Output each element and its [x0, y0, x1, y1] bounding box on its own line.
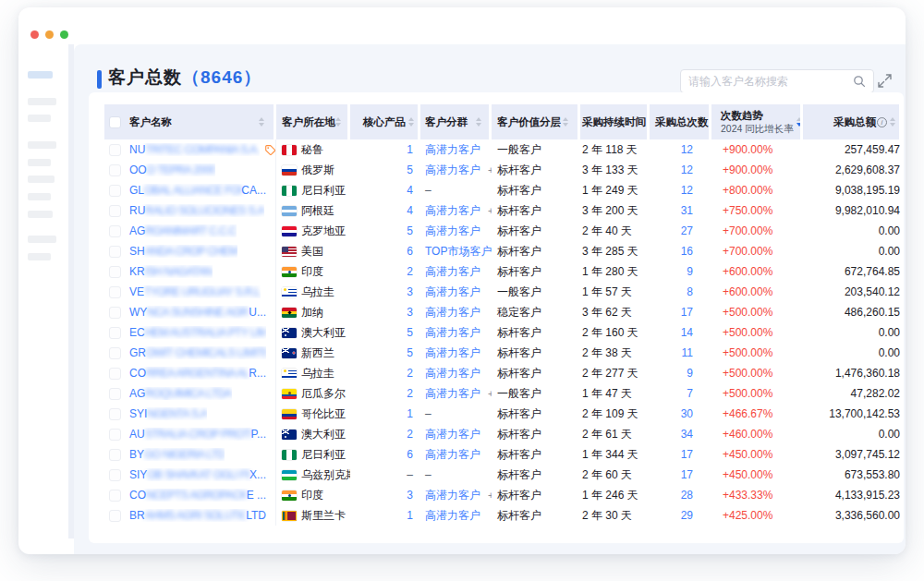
purchase-count-link[interactable]: 11	[682, 346, 693, 359]
customer-name-link[interactable]: GLOBAL ALLIANCE FOR CHEMICA...	[129, 184, 266, 197]
row-checkbox[interactable]	[109, 266, 121, 278]
sidebar-item[interactable]	[28, 98, 56, 105]
customer-name-link[interactable]: NUTRITEC COMPANIA S.A.C	[129, 143, 260, 156]
sort-icon-active[interactable]	[796, 117, 802, 127]
search-icon[interactable]	[853, 75, 866, 88]
segment-link[interactable]: 高潜力客户	[425, 305, 480, 321]
customer-name-link[interactable]: CONCEPTS AGROPACK PRIVATE ...	[129, 489, 266, 502]
table-row[interactable]: NUTRITEC COMPANIA S.A.C 秘鲁 1 高潜力客户 一般客户 …	[104, 139, 902, 160]
row-checkbox[interactable]	[109, 510, 121, 522]
sidebar-item[interactable]	[28, 176, 55, 183]
customer-name-link[interactable]: AGROANIMART C.C.C	[129, 224, 237, 237]
purchase-count-link[interactable]: 12	[681, 143, 693, 156]
sidebar-item[interactable]	[28, 236, 56, 243]
core-products-count-link[interactable]: 1	[407, 143, 413, 156]
core-products-count-link[interactable]: 2	[407, 367, 413, 380]
table-row[interactable]: KRISH NAGATAN 印度 2 高潜力客户 标杆客户 1 年 280 天 …	[104, 261, 902, 282]
minimize-window-icon[interactable]	[45, 30, 54, 39]
segment-link[interactable]: 高潜力客户	[425, 366, 480, 381]
row-checkbox[interactable]	[109, 327, 121, 339]
core-products-count-link[interactable]: 3	[407, 306, 413, 319]
table-row[interactable]: AGROQUIMICA LTDA 厄瓜多尔 2 高潜力客户 +1 一般客户 1 …	[104, 383, 902, 404]
sidebar-item[interactable]	[28, 159, 51, 166]
table-row[interactable]: SIYOB SHAVKAT OGLI FERMER X... 乌兹别克斯坦 – …	[104, 465, 902, 485]
table-row[interactable]: CONCEPTS AGROPACK PRIVATE ... 印度 3 高潜力客户…	[104, 485, 902, 505]
table-row[interactable]: RURALIO SOLUCIONES S.A 阿根廷 4 高潜力客户 +1 标杆…	[104, 200, 902, 221]
row-checkbox[interactable]	[109, 368, 121, 380]
table-row[interactable]: AGROANIMART C.C.C 克罗地亚 5 高潜力客户 标杆客户 2 年 …	[104, 221, 902, 241]
segment-link[interactable]: 高潜力客户	[425, 447, 480, 463]
table-row[interactable]: AUSTRALIA CROP PROTECTION P... 澳大利亚 2 高潜…	[104, 424, 902, 444]
purchase-count-link[interactable]: 17	[681, 468, 693, 481]
maximize-window-icon[interactable]	[60, 30, 68, 39]
customer-name-link[interactable]: SHANDA CROP CHEM	[129, 245, 237, 258]
core-products-count-link[interactable]: 2	[407, 265, 413, 278]
core-products-count-link[interactable]: 5	[407, 326, 413, 339]
segment-link[interactable]: 高潜力客户	[425, 264, 480, 280]
segment-link[interactable]: 高潜力客户	[425, 508, 480, 524]
core-products-count-link[interactable]: 4	[407, 184, 413, 197]
core-products-count-link[interactable]: 4	[407, 204, 413, 217]
row-checkbox[interactable]	[109, 286, 121, 298]
segment-link[interactable]: 高潜力客户	[425, 284, 480, 300]
core-products-count-link[interactable]: 3	[407, 489, 413, 502]
search-box[interactable]	[680, 69, 874, 93]
row-checkbox[interactable]	[109, 490, 121, 502]
info-icon[interactable]: i	[877, 117, 887, 127]
purchase-count-link[interactable]: 12	[681, 184, 693, 197]
table-row[interactable]: BYGO NIGERIA LTD 尼日利亚 6 高潜力客户 标杆客户 1 年 3…	[104, 444, 902, 465]
customer-name-link[interactable]: ECHEM AUSTRALIA PTY LIMITED	[129, 326, 266, 339]
table-row[interactable]: CORREA ARGENTINA AL JARED R... 乌拉圭 2 高潜力…	[104, 363, 902, 383]
table-row[interactable]: SHANDA CROP CHEM 美国 6 TOP市场客户 标杆客户 3 年 2…	[104, 241, 902, 261]
purchase-count-link[interactable]: 31	[681, 204, 693, 217]
row-checkbox[interactable]	[109, 185, 121, 197]
purchase-count-link[interactable]: 30	[681, 407, 693, 420]
sidebar-item[interactable]	[28, 193, 51, 200]
table-row[interactable]: OOO TEPRA 2000 俄罗斯 5 高潜力客户 +1 标杆客户 3 年 1…	[104, 160, 902, 180]
sidebar-item[interactable]	[28, 115, 51, 122]
core-products-count-link[interactable]: 5	[407, 163, 413, 176]
segment-link[interactable]: 高潜力客户	[425, 163, 480, 178]
segment-link[interactable]: 高潜力客户	[425, 427, 480, 442]
purchase-count-link[interactable]: 12	[681, 163, 693, 176]
segment-link[interactable]: 高潜力客户	[425, 488, 480, 503]
row-checkbox[interactable]	[109, 164, 121, 176]
sort-icon[interactable]	[335, 117, 341, 127]
row-checkbox[interactable]	[109, 307, 121, 319]
customer-name-link[interactable]: WYNCA SUNSHINE AGRIC PRODU...	[129, 306, 266, 319]
customer-name-link[interactable]: AGROQUIMICA LTDA	[129, 387, 232, 400]
core-products-count-link[interactable]: 5	[407, 346, 413, 359]
table-row[interactable]: BRAHMS AGRI SOLUTIONS PVT LTD 斯里兰卡 1 高潜力…	[104, 505, 902, 526]
table-row[interactable]: WYNCA SUNSHINE AGRIC PRODU... 加纳 3 高潜力客户…	[104, 302, 902, 322]
purchase-count-link[interactable]: 17	[681, 306, 693, 319]
purchase-count-link[interactable]: 9	[687, 367, 693, 380]
purchase-count-link[interactable]: 34	[681, 428, 693, 441]
core-products-count-link[interactable]: 2	[407, 387, 413, 400]
segment-link[interactable]: 高潜力客户	[425, 386, 480, 402]
sort-icon[interactable]	[563, 117, 568, 127]
core-products-count-link[interactable]: 1	[407, 509, 413, 522]
sort-icon[interactable]	[476, 117, 481, 127]
row-checkbox[interactable]	[109, 347, 121, 359]
purchase-count-link[interactable]: 29	[681, 509, 693, 522]
customer-name-link[interactable]: GROWIT CHEMICALS LIMITED	[129, 346, 266, 359]
row-checkbox[interactable]	[109, 225, 121, 237]
core-products-count-link[interactable]: 6	[407, 245, 413, 258]
purchase-count-link[interactable]: 27	[681, 224, 693, 237]
sidebar-item[interactable]	[28, 211, 53, 218]
customer-name-link[interactable]: SYINGENTA S.A	[129, 407, 207, 420]
table-row[interactable]: SYINGENTA S.A 哥伦比亚 1 – 标杆客户 2 年 109 天 30…	[104, 404, 902, 424]
fullscreen-expand-icon[interactable]	[877, 73, 893, 89]
customer-name-link[interactable]: BRAHMS AGRI SOLUTIONS PVT LTD	[129, 509, 266, 522]
sidebar-item[interactable]	[28, 141, 56, 149]
segment-link[interactable]: 高潜力客户	[425, 203, 480, 219]
purchase-count-link[interactable]: 28	[681, 489, 693, 502]
select-all-checkbox[interactable]	[109, 116, 121, 128]
sidebar-item[interactable]	[28, 253, 51, 260]
customer-name-link[interactable]: KRISH NAGATAN	[129, 265, 213, 278]
search-input[interactable]	[688, 75, 853, 88]
table-row[interactable]: VETYORE URUGUAY S.R.L 乌拉圭 3 高潜力客户 一般客户 1…	[104, 282, 902, 302]
row-checkbox[interactable]	[109, 144, 121, 156]
segment-link[interactable]: 高潜力客户	[425, 142, 480, 158]
customer-name-link[interactable]: SIYOB SHAVKAT OGLI FERMER X...	[129, 468, 266, 481]
